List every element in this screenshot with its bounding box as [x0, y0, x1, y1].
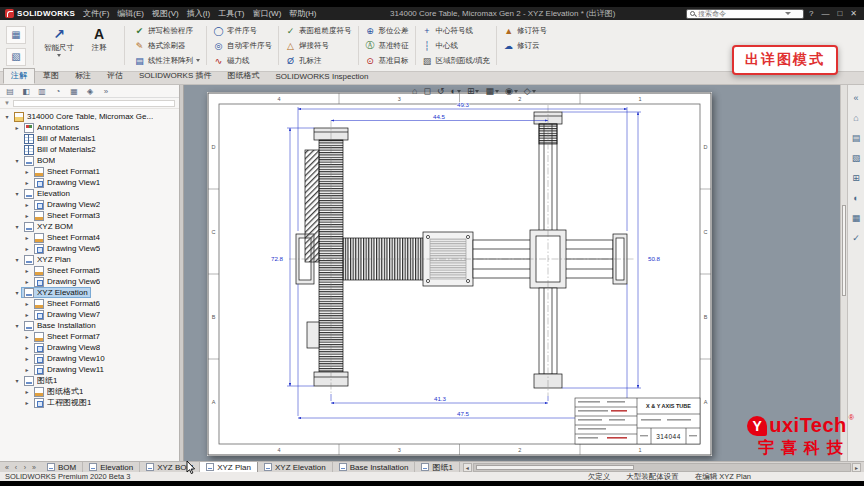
tree-item[interactable]: ▸Drawing View5	[0, 243, 179, 254]
command-tab-5[interactable]: SOLIDWORKS 插件	[131, 68, 219, 84]
tree-item[interactable]: ▸工程图视图1	[0, 397, 179, 408]
horizontal-scrollbar-thumb[interactable]	[476, 465, 634, 470]
graphics-area[interactable]: ⌂◻↺◐⊞▦◉◇	[184, 85, 847, 461]
inspection-icon[interactable]: ✓	[852, 233, 860, 243]
dimension-top-width[interactable]: 49.3	[457, 101, 470, 108]
tree-item[interactable]: ▸Sheet Format1	[0, 166, 179, 177]
sheet-tab-2[interactable]: Elevation	[83, 462, 140, 472]
menu-item-6[interactable]: 窗口(W)	[249, 8, 284, 19]
spell-checker-button[interactable]: ✔拼写检验程序	[130, 23, 204, 38]
tree-item[interactable]: Bill of Materials2	[0, 144, 179, 155]
tree-item[interactable]: ▾XYZ Elevation	[0, 287, 179, 298]
datum-feature-button[interactable]: Ⓐ基准特征	[361, 38, 413, 53]
tree-item[interactable]: ▾XYZ BOM	[0, 221, 179, 232]
dimxpert-manager-tab[interactable]: ◔	[51, 87, 65, 96]
sheet-tab-7[interactable]: 图纸1	[415, 462, 459, 472]
section-view-button[interactable]: ◐	[450, 86, 460, 96]
tree-expand-icon[interactable]: ▸	[23, 212, 31, 219]
geometric-tolerance-button[interactable]: ⊕形位公差	[361, 23, 413, 38]
dimension-top-inner[interactable]: 44.5	[433, 113, 446, 120]
center-mark-button[interactable]: +中心符号线	[418, 23, 495, 38]
tree-expand-icon[interactable]: ▾	[13, 157, 21, 164]
sheet-tab-4[interactable]: XYZ Plan	[200, 462, 258, 472]
revision-cloud-button[interactable]: ☁修订云	[499, 38, 551, 53]
tree-expand-icon[interactable]: ▾	[13, 322, 21, 329]
tree-expand-icon[interactable]: ▸	[23, 311, 31, 318]
tree-expand-icon[interactable]: ▸	[23, 333, 31, 340]
tree-item[interactable]: ▸Drawing View10	[0, 353, 179, 364]
area-hatch-button[interactable]: ▨区域剖面线/填充	[418, 53, 495, 68]
command-tab-6[interactable]: 图纸格式	[219, 68, 267, 84]
tree-item[interactable]: ▸Sheet Format7	[0, 331, 179, 342]
tree-item[interactable]: ▾Base Installation	[0, 320, 179, 331]
search-input[interactable]	[698, 10, 782, 17]
dimension-right-height[interactable]: 50.8	[648, 255, 661, 262]
tree-item[interactable]: ▾Elevation	[0, 188, 179, 199]
dimension-left-height[interactable]: 72.8	[271, 255, 284, 262]
format-painter-button[interactable]: ✎格式涂刷器	[130, 38, 204, 53]
tree-item[interactable]: ▸Drawing View6	[0, 276, 179, 287]
tree-expand-icon[interactable]: ▸	[23, 168, 31, 175]
tree-item[interactable]: ▸Drawing View7	[0, 309, 179, 320]
weld-symbol-button[interactable]: △焊接符号	[281, 38, 356, 53]
tree-expand-icon[interactable]: ▾	[3, 113, 11, 120]
resources-icon[interactable]: ⌂	[853, 113, 858, 123]
drawing-properties-button[interactable]: ▧	[6, 48, 26, 66]
scroll-left-icon[interactable]: ◂	[463, 463, 472, 472]
tree-expand-icon[interactable]: ▸	[23, 344, 31, 351]
tree-filter-input[interactable]	[13, 100, 175, 107]
tree-item[interactable]: ▸Sheet Format4	[0, 232, 179, 243]
scroll-right-icon[interactable]: ▸	[852, 463, 861, 472]
tree-filter-row[interactable]: ▼	[0, 98, 179, 109]
tree-expand-icon[interactable]: ▸	[23, 201, 31, 208]
help-button[interactable]: ?	[809, 9, 813, 18]
tree-item[interactable]: ▾314000 Core Table, Micromax Ge...	[0, 111, 179, 122]
dimension-bottom-inner[interactable]: 41.3	[434, 395, 447, 402]
hole-callout-button[interactable]: Ø孔标注	[281, 53, 356, 68]
close-button[interactable]: ✕	[850, 9, 857, 18]
menu-item-1[interactable]: 文件(F)	[80, 8, 112, 19]
sheet-tab-nav-3[interactable]: ›	[21, 464, 29, 471]
horizontal-scrollbar[interactable]: ◂ ▸	[463, 463, 861, 471]
sheet-tab-nav-4[interactable]: »	[30, 464, 38, 471]
configuration-manager-tab[interactable]: ▥	[35, 87, 49, 96]
tree-expand-icon[interactable]: ▸	[23, 267, 31, 274]
tree-item[interactable]: ▸图纸格式1	[0, 386, 179, 397]
tree-item[interactable]: Bill of Materials1	[0, 133, 179, 144]
command-tab-3[interactable]: 标注	[67, 68, 99, 84]
tree-item[interactable]: ▸Sheet Format6	[0, 298, 179, 309]
note-button[interactable]: A注释	[79, 22, 119, 69]
linear-note-pattern-button[interactable]: ▤线性注释阵列	[130, 53, 204, 68]
tree-expand-icon[interactable]: ▾	[13, 190, 21, 197]
tree-item[interactable]: ▸Annotations	[0, 122, 179, 133]
sheet-tab-nav-1[interactable]: «	[3, 464, 11, 471]
drawing-sheet-svg[interactable]: 44332211DDCCBBAA	[207, 92, 712, 456]
display-manager-tab[interactable]: ▦	[67, 87, 81, 96]
tree-expand-icon[interactable]: ▸	[23, 179, 31, 186]
panel-tabs-overflow-icon[interactable]: »	[99, 87, 113, 96]
menu-item-5[interactable]: 工具(T)	[215, 8, 247, 19]
tree-item[interactable]: ▸Sheet Format3	[0, 210, 179, 221]
centerline-button[interactable]: ┆中心线	[418, 38, 495, 53]
tree-item[interactable]: ▸Drawing View8	[0, 342, 179, 353]
previous-view-button[interactable]: ↺	[437, 86, 445, 96]
tree-expand-icon[interactable]: ▸	[23, 355, 31, 362]
vertical-scrollbar[interactable]	[840, 85, 847, 461]
tree-expand-icon[interactable]: ▾	[13, 223, 21, 230]
command-tab-2[interactable]: 草图	[35, 68, 67, 84]
magnetic-line-button[interactable]: ∿磁力线	[209, 53, 276, 68]
command-tab-4[interactable]: 评估	[99, 68, 131, 84]
command-tab-1[interactable]: 注解	[3, 68, 35, 84]
smart-dimension-button[interactable]: ↗智能尺寸	[39, 22, 79, 69]
tree-expand-icon[interactable]: ▸	[23, 388, 31, 395]
feature-manager-tab[interactable]: ▤	[3, 87, 17, 96]
sheet-tab-nav-2[interactable]: ‹	[12, 464, 20, 471]
file-explorer-icon[interactable]: ▧	[852, 153, 861, 163]
revision-symbol-button[interactable]: ▲修订符号	[499, 23, 551, 38]
design-library-icon[interactable]: ▤	[852, 133, 861, 143]
drawing-sheet[interactable]: 44332211DDCCBBAA	[207, 92, 712, 456]
menu-item-7[interactable]: 帮助(H)	[286, 8, 319, 19]
tree-expand-icon[interactable]: ▾	[13, 289, 21, 296]
tree-expand-icon[interactable]: ▾	[13, 377, 21, 384]
auto-balloon-button[interactable]: ◎自动零件序号	[209, 38, 276, 53]
